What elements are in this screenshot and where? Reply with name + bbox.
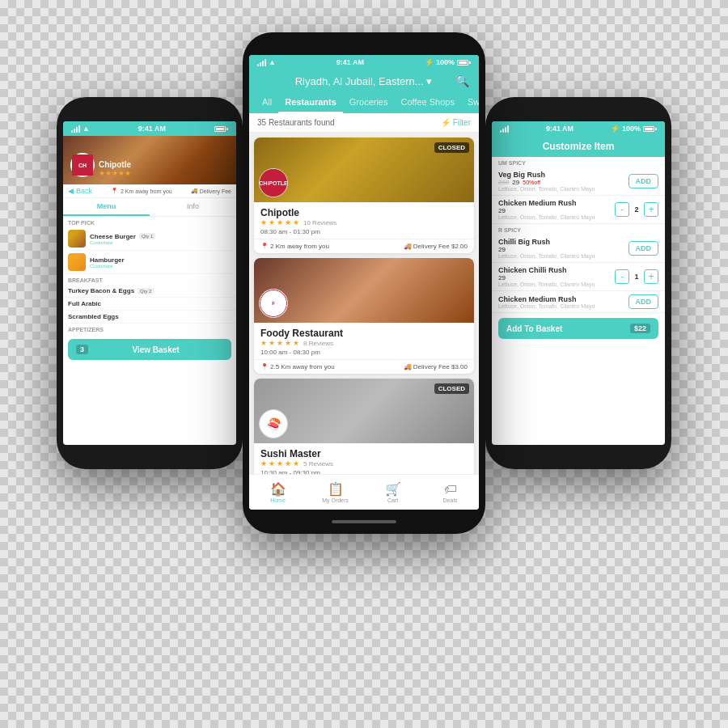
tab-swe[interactable]: Swe (461, 92, 479, 113)
wifi-icon: ▲ (269, 58, 276, 66)
section-um-spicy: UM SPICY (492, 157, 665, 167)
hamburger-name: Hamburger (90, 256, 231, 264)
filter-icon: ⚡ (441, 118, 451, 127)
deals-icon: 🏷 (444, 482, 457, 497)
section-top-pick: TOP PICK (63, 217, 236, 227)
filter-button[interactable]: ⚡ Filter (441, 118, 471, 127)
chilli-rush-decrease-button[interactable]: - (615, 269, 629, 284)
chilli-big-rush-add-button[interactable]: ADD (629, 241, 659, 256)
chilli-rush-qty-control: - 1 + (615, 269, 658, 284)
item-chicken-chilli-rush: Chicken Chilli Rush 29 Lettuce, Onion, T… (492, 263, 665, 291)
cart-icon: 🛒 (385, 481, 401, 497)
chipotle-distance: 📍 2 Km away from you (260, 243, 329, 250)
restaurants-list: CLOSED CHIPOTLE Chipotle ★★★★★ 10 Review… (249, 133, 479, 474)
tab-info[interactable]: Info (150, 198, 236, 216)
sushi-reviews: 5 Reviews (303, 460, 333, 468)
search-button[interactable]: 🔍 (455, 74, 469, 87)
right-phone-screen: 9:41 AM ⚡ 100% Customize Item UM SPICY (492, 121, 665, 445)
cheese-burger-name: Cheese Burger (90, 233, 136, 240)
section-r-spicy: R SPICY (492, 224, 665, 235)
right-battery-icon (643, 126, 657, 132)
cheese-burger-customize[interactable]: Customize (90, 240, 231, 245)
orders-icon: 📋 (328, 481, 344, 497)
chipotle-stars: ★★★★★ 10 Reviews (260, 218, 468, 226)
left-phone: ▲ 9:41 AM CH Chipotle (57, 97, 243, 469)
phones-container: ▲ 9:41 AM CH Chipotle (57, 32, 671, 696)
item-chilli-big-rush: Chilli Big Rush 29 Lettuce, Onion, Tomat… (492, 235, 665, 263)
chipotle-name: Chipotle (260, 207, 468, 218)
item-chicken-medium-rush-1: Chicken Medium Rush 29 Lettuce, Onion, T… (492, 196, 665, 224)
menu-item-turkey: Turkey Bacon & Eggs Qty 2 (63, 285, 236, 298)
chipotle-reviews: 10 Reviews (303, 219, 336, 226)
menu-item-cheese-burger: Cheese Burger Qty 1 Customize (63, 227, 236, 251)
chilli-rush-increase-button[interactable]: + (644, 269, 658, 284)
chicken-medium-rush-2-add-button[interactable]: ADD (629, 294, 659, 309)
foody-bg-image (254, 258, 474, 323)
chicken-medium-qty-control: - 2 + (615, 202, 658, 217)
foody-reviews: 8 Reviews (303, 340, 333, 347)
sushi-logo: 🍣 (259, 409, 288, 438)
left-signal: ▲ (71, 125, 90, 133)
results-count: 35 Restaurants found (257, 118, 335, 127)
bottom-navigation: 🏠 Home 📋 My Orders 🛒 Cart 🏷 Deals (249, 474, 479, 510)
foody-hours: 10:00 am - 08:30 pm (260, 349, 468, 356)
bluetooth-icon: ⚡ (425, 58, 434, 66)
foody-name: Foody Restaurant (260, 328, 468, 339)
center-phone-screen: ▲ 9:41 AM ⚡ 100% (249, 55, 479, 510)
menu-item-scrambled: Scrambled Eggs (63, 311, 236, 324)
right-bluetooth-icon: ⚡ (611, 125, 620, 133)
back-button[interactable]: ◀ Back (68, 187, 92, 195)
right-time: 9:41 AM (546, 125, 574, 133)
nav-orders[interactable]: 📋 My Orders (307, 481, 364, 503)
item-veg-big-rush: Veg Big Rush 260 29 50%off Lettuce, Onio… (492, 167, 665, 196)
location-title[interactable]: Riyadh, Al Jubail, Eastern... ▾ (272, 75, 455, 87)
battery-icon (457, 60, 471, 66)
nav-home[interactable]: 🏠 Home (249, 481, 307, 503)
category-tabs: All Restaurants Groceries Coffee Shops S… (249, 92, 479, 113)
hamburger-customize[interactable]: Customize (90, 264, 231, 269)
chicken-medium-increase-button[interactable]: + (644, 202, 658, 217)
chipotle-delivery: 🚚 Delivery Fee $2.00 (404, 243, 468, 250)
sushi-name: Sushi Master (260, 448, 468, 459)
foody-delivery: 🚚 Delivery Fee $3.00 (404, 363, 468, 370)
add-to-basket-button[interactable]: Add To Basket $22 (498, 318, 658, 339)
left-phone-screen: ▲ 9:41 AM CH Chipotle (63, 121, 236, 445)
app-header: Riyadh, Al Jubail, Eastern... ▾ 🔍 (249, 70, 479, 92)
center-phone: ▲ 9:41 AM ⚡ 100% (243, 32, 485, 534)
restaurant-card-sushi[interactable]: CLOSED 🍣 Sushi Master ★★★★★ 5 Reviews (254, 379, 474, 474)
tab-all[interactable]: All (256, 92, 278, 113)
home-indicator (332, 520, 396, 523)
right-status-bar: 9:41 AM ⚡ 100% (492, 121, 665, 136)
tab-menu[interactable]: Menu (63, 198, 150, 216)
home-icon: 🏠 (270, 481, 286, 497)
view-basket-button[interactable]: 3 View Basket (68, 339, 231, 360)
customize-content: UM SPICY Veg Big Rush 260 29 50%off Lett… (492, 157, 665, 313)
nav-cart[interactable]: 🛒 Cart (364, 481, 421, 503)
tab-groceries[interactable]: Groceries (343, 92, 395, 113)
notch (243, 32, 485, 55)
customize-header: Customize Item (492, 136, 665, 157)
restaurant-card-foody[interactable]: F Foody Restaurant ★★★★★ 8 Reviews 10:00… (254, 258, 474, 374)
tab-restaurants[interactable]: Restaurants (278, 92, 343, 113)
chipotle-logo: CHIPOTLE (259, 168, 288, 197)
right-phone: 9:41 AM ⚡ 100% Customize Item UM SPICY (485, 97, 671, 469)
restaurant-logo: CH (70, 153, 95, 177)
chicken-medium-decrease-button[interactable]: - (615, 202, 629, 217)
tab-coffee-shops[interactable]: Coffee Shops (395, 92, 461, 113)
item-chicken-medium-rush-2: Chicken Medium Rush Lettuce, Onion, Toma… (492, 291, 665, 313)
restaurant-card-chipotle[interactable]: CLOSED CHIPOTLE Chipotle ★★★★★ 10 Review… (254, 138, 474, 253)
left-status-bar: ▲ 9:41 AM (63, 121, 236, 136)
center-time: 9:41 AM (336, 58, 364, 66)
veg-big-rush-add-button[interactable]: ADD (629, 174, 659, 188)
signal-icon (257, 59, 266, 66)
chipotle-hours: 08:30 am - 01:30 pm (260, 228, 468, 235)
section-breakfast: BREAKFAST (63, 274, 236, 285)
nav-deals[interactable]: 🏷 Deals (421, 482, 479, 503)
foody-stars: ★★★★★ 8 Reviews (260, 339, 468, 347)
right-signal-icon (500, 125, 509, 133)
menu-content: TOP PICK Cheese Burger Qty 1 Customize H (63, 217, 236, 334)
menu-item-full-arabic: Full Arabic (63, 298, 236, 311)
foody-distance: 📍 2.5 Km away from you (260, 363, 335, 370)
right-battery-percent: 100% (622, 125, 641, 133)
sushi-closed-badge: CLOSED (434, 383, 469, 394)
